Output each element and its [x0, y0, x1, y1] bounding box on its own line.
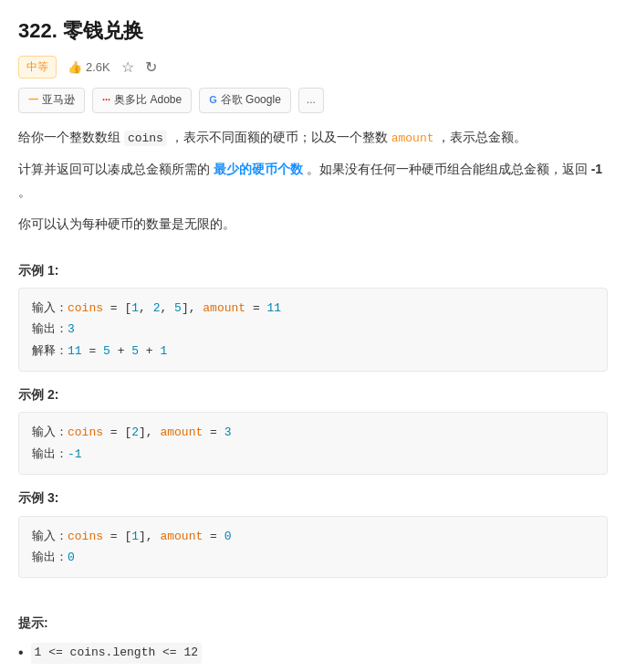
hints-title: 提示: [18, 613, 608, 633]
example2-input: 输入：coins = [2], amount = 3 [32, 422, 594, 443]
description-line2: 计算并返回可以凑成总金额所需的 最少的硬币个数 。如果没有任何一种硬币组合能组成… [18, 158, 608, 204]
hint1-code: 1 <= coins.length <= 12 [31, 643, 202, 664]
example2-block: 输入：coins = [2], amount = 3 输出：-1 [18, 412, 608, 475]
company-tag-google[interactable]: G 谷歌 Google [199, 88, 291, 112]
refresh-button[interactable]: ↻ [145, 58, 157, 76]
example1-explain: 解释：11 = 5 + 5 + 1 [32, 341, 594, 362]
example3-title: 示例 3: [18, 488, 608, 508]
example3-block: 输入：coins = [1], amount = 0 输出：0 [18, 516, 608, 579]
thumb-icon: 👍 [68, 60, 82, 74]
adobe-label: 奥多比 Adobe [114, 91, 182, 109]
example1-title: 示例 1: [18, 260, 608, 280]
amazon-logo: 一 [28, 92, 38, 109]
star-button[interactable]: ☆ [121, 58, 134, 76]
more-companies-button[interactable]: ... [298, 88, 324, 112]
company-tag-adobe[interactable]: ··· 奥多比 Adobe [92, 88, 192, 112]
example3-input: 输入：coins = [1], amount = 0 [32, 526, 594, 547]
description-line1: 给你一个整数数组 coins ，表示不同面额的硬币；以及一个整数 amount … [18, 126, 608, 149]
like-count: 2.6K [86, 60, 110, 74]
adobe-logo: ··· [102, 92, 110, 109]
company-tag-amazon[interactable]: 一 亚马逊 [18, 88, 85, 112]
page-title: 322. 零钱兑换 [18, 15, 608, 47]
amazon-label: 亚马逊 [42, 91, 75, 109]
hint-list: 1 <= coins.length <= 12 1 <= coins[i] <=… [18, 643, 608, 672]
example2-title: 示例 2: [18, 384, 608, 404]
meta-row: 中等 👍 2.6K ☆ ↻ [18, 56, 608, 79]
difficulty-badge: 中等 [18, 56, 57, 79]
company-tags: 一 亚马逊 ··· 奥多比 Adobe G 谷歌 Google ... [18, 88, 608, 112]
google-label: 谷歌 Google [221, 91, 281, 109]
example1-block: 输入：coins = [1, 2, 5], amount = 11 输出：3 解… [18, 288, 608, 372]
like-button[interactable]: 👍 2.6K [68, 60, 110, 74]
example1-output: 输出：3 [32, 319, 594, 340]
hint-item-1: 1 <= coins.length <= 12 [18, 643, 608, 664]
google-logo: G [209, 92, 217, 109]
description-line3: 你可以认为每种硬币的数量是无限的。 [18, 213, 608, 236]
example3-output: 输出：0 [32, 547, 594, 568]
example1-input: 输入：coins = [1, 2, 5], amount = 11 [32, 298, 594, 319]
example2-output: 输出：-1 [32, 444, 594, 465]
